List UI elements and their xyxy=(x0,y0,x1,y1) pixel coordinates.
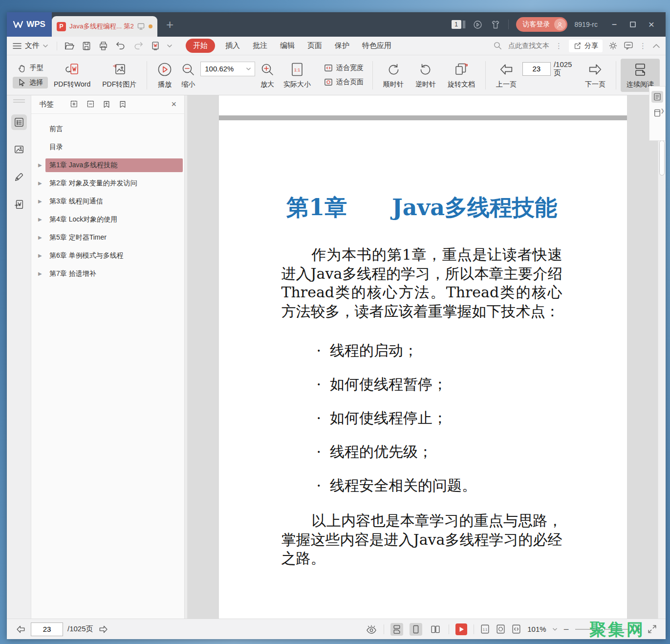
more-tools-icon[interactable]: ⋮ xyxy=(639,42,647,50)
bookmark-item[interactable]: ▶ 前言 xyxy=(31,120,184,138)
redo-icon[interactable] xyxy=(133,42,144,50)
vertical-scrollbar[interactable]: ▲ xyxy=(658,95,666,619)
menu-tab[interactable]: 编辑 xyxy=(280,39,295,53)
eye-protection-icon[interactable] xyxy=(366,624,377,634)
expand-arrow-icon[interactable]: ▶ xyxy=(38,253,45,258)
zoom-slider[interactable] xyxy=(575,629,629,630)
next-page-button[interactable]: 下一页 xyxy=(579,62,611,89)
bookmark-item[interactable]: ▶ 第3章 线程间通信 xyxy=(31,192,184,210)
menu-tab[interactable]: 批注 xyxy=(253,39,267,53)
fit-page-button[interactable]: 适合页面 xyxy=(320,76,368,88)
statusbar-page-input[interactable] xyxy=(31,622,63,636)
save-icon[interactable] xyxy=(82,41,91,51)
zoom-in-button[interactable]: 放大 xyxy=(257,62,278,89)
close-button[interactable]: × xyxy=(642,19,661,30)
quick-access-dropdown-icon[interactable] xyxy=(167,44,172,47)
document-viewport[interactable]: 第1章 Java多线程技能 作为本书的第1章，重点是让读者快速进入Java多线程… xyxy=(188,95,658,619)
expand-arrow-icon[interactable]: ▶ xyxy=(38,217,45,222)
previous-page-button[interactable]: 上一页 xyxy=(490,62,522,89)
expand-arrow-icon[interactable]: ▶ xyxy=(38,271,45,276)
panel-expand-chevron[interactable]: ❯ xyxy=(661,108,665,113)
menu-tab[interactable]: 页面 xyxy=(307,39,322,53)
export-to-word-icon[interactable] xyxy=(151,41,160,51)
bookmark-item[interactable]: ▶ 第5章 定时器Timer xyxy=(31,228,184,246)
menu-tab[interactable]: 开始 xyxy=(186,39,215,53)
expand-arrow-icon[interactable]: ▶ xyxy=(38,180,45,186)
fit-width-button[interactable]: 适合宽度 xyxy=(320,62,368,74)
document-tab[interactable]: P Java多线程编程... 第2版_.pdf xyxy=(52,16,157,37)
theme-skin-icon[interactable] xyxy=(490,20,501,30)
share-button[interactable]: 分享 xyxy=(569,40,603,52)
wps-home-button[interactable]: WPS xyxy=(7,12,52,37)
continuous-view-button[interactable] xyxy=(390,623,403,636)
export-word-panel-button[interactable] xyxy=(11,197,27,212)
undo-icon[interactable] xyxy=(115,42,126,50)
search-more-icon[interactable]: ⋮ xyxy=(555,42,563,50)
play-button[interactable]: 播放 xyxy=(151,62,178,89)
pdf-to-image-button[interactable]: PDF转图片 xyxy=(96,62,142,89)
fullscreen-icon[interactable] xyxy=(648,624,657,634)
remove-bookmark-icon[interactable] xyxy=(119,100,127,109)
maximize-button[interactable] xyxy=(624,22,642,27)
bookmarks-panel-button[interactable] xyxy=(11,114,27,130)
gear-icon[interactable] xyxy=(608,41,618,50)
expand-arrow-icon[interactable]: ▶ xyxy=(38,199,45,204)
menu-tab[interactable]: 特色应用 xyxy=(362,39,391,53)
statusbar-fit-width-icon[interactable] xyxy=(512,624,521,634)
collapse-all-icon[interactable] xyxy=(86,100,94,109)
hand-tool-button[interactable]: 手型 xyxy=(13,62,48,74)
panel-drag-handle[interactable] xyxy=(13,99,25,103)
zoom-decrease-button[interactable]: − xyxy=(563,624,569,634)
bookmark-item[interactable]: ▶ 目录 xyxy=(31,138,184,156)
collapse-ribbon-icon[interactable] xyxy=(653,44,660,48)
expand-arrow-icon[interactable]: ▶ xyxy=(38,162,45,168)
bookmark-item[interactable]: ▶ 第1章 Java多线程技能 xyxy=(31,156,184,174)
new-tab-button[interactable]: + xyxy=(166,18,173,31)
statusbar-play-button[interactable] xyxy=(455,623,467,635)
two-page-view-button[interactable] xyxy=(429,623,442,636)
page-number-input[interactable] xyxy=(522,62,551,76)
bookmark-item[interactable]: ▶ 第6章 单例模式与多线程 xyxy=(31,246,184,265)
statusbar-prev-page-icon[interactable] xyxy=(16,624,26,634)
thumbnails-panel-button[interactable] xyxy=(11,142,27,157)
print-icon[interactable] xyxy=(98,41,108,51)
rotate-document-button[interactable]: 旋转文档 xyxy=(442,62,481,89)
guest-login-button[interactable]: 访客登录 xyxy=(516,17,567,32)
statusbar-fit-page-icon[interactable] xyxy=(496,624,505,634)
statusbar-next-page-icon[interactable] xyxy=(98,624,108,634)
statusbar-actual-size-icon[interactable]: 1:1 xyxy=(480,624,490,634)
select-tool-button[interactable]: 选择 xyxy=(13,77,48,89)
menu-tab[interactable]: 保护 xyxy=(335,39,349,53)
actual-size-button[interactable]: 1:1 实际大小 xyxy=(278,62,317,89)
zoom-level-combobox[interactable]: 100.62% xyxy=(200,62,255,76)
record-icon[interactable] xyxy=(473,20,483,30)
single-page-view-button[interactable] xyxy=(410,623,422,636)
rotate-counterclockwise-button[interactable]: 逆时针 xyxy=(410,62,442,89)
pdf-to-word-button[interactable]: PDF转Word xyxy=(48,62,96,89)
feedback-comment-icon[interactable] xyxy=(624,41,633,50)
rotate-clockwise-button[interactable]: 顺时针 xyxy=(377,62,410,89)
expand-arrow-icon[interactable]: ▶ xyxy=(38,235,45,240)
scrollbar-thumb[interactable] xyxy=(659,140,665,176)
annotation-panel-button[interactable] xyxy=(11,169,27,185)
zoom-out-button[interactable]: 缩小 xyxy=(178,62,198,89)
zoom-increase-button[interactable]: + xyxy=(635,624,641,634)
open-file-icon[interactable] xyxy=(64,41,75,51)
search-icon[interactable] xyxy=(493,41,502,50)
add-bookmark-icon[interactable] xyxy=(103,100,110,109)
find-text-label[interactable]: 点此查找文本 xyxy=(508,42,549,50)
expand-all-icon[interactable] xyxy=(69,100,78,109)
bookmark-item[interactable]: ▶ 第7章 拾遗增补 xyxy=(31,265,184,283)
zoom-options-caret-icon[interactable] xyxy=(553,628,557,631)
presentation-monitor-icon[interactable] xyxy=(137,23,145,30)
contents-panel-tab[interactable] xyxy=(651,91,663,103)
menu-tab[interactable]: 插入 xyxy=(225,39,240,53)
bookmark-item[interactable]: ▶ 第2章 对象及变量的并发访问 xyxy=(31,174,184,192)
bookmark-item[interactable]: ▶ 第4章 Lock对象的使用 xyxy=(31,210,184,228)
close-panel-icon[interactable]: × xyxy=(171,99,176,110)
minimize-button[interactable]: − xyxy=(605,20,624,30)
file-menu[interactable]: 文件 xyxy=(13,41,48,50)
open-documents-count[interactable]: 1 xyxy=(452,20,465,29)
statusbar-zoom-value[interactable]: 101% xyxy=(527,625,546,633)
zoom-slider-knob[interactable] xyxy=(600,626,605,632)
